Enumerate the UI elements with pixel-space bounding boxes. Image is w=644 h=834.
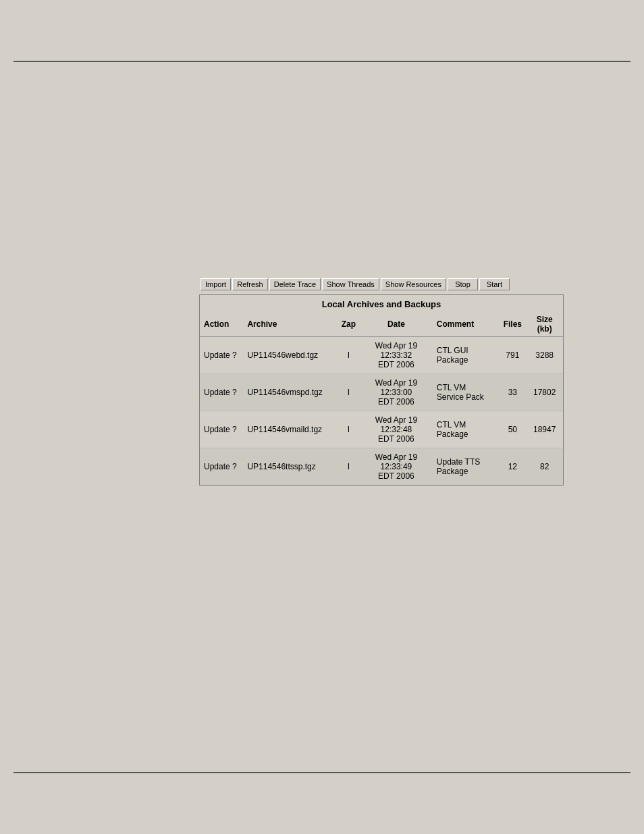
cell-date: Wed Apr 1912:33:00EDT 2006 [360,374,433,411]
cell-size: 17802 [526,374,563,411]
cell-archive: UP114546webd.tgz [243,337,337,374]
show-resources-button[interactable]: Show Resources [381,278,446,290]
show-threads-button[interactable]: Show Threads [322,278,379,290]
cell-files: 50 [499,411,526,448]
col-header-archive: Archive [243,312,337,337]
top-divider [14,61,630,62]
main-panel: Import Refresh Delete Trace Show Threads… [199,277,564,486]
col-header-zap: Zap [338,312,360,337]
cell-archive: UP114546vmspd.tgz [243,374,337,411]
table-body: Update ?UP114546webd.tgzIWed Apr 1912:33… [200,337,563,486]
cell-size: 18947 [526,411,563,448]
cell-action: Update ? [200,448,243,486]
col-header-comment: Comment [433,312,500,337]
cell-files: 791 [499,337,526,374]
delete-trace-button[interactable]: Delete Trace [269,278,321,290]
toolbar: Import Refresh Delete Trace Show Threads… [199,277,564,292]
cell-comment: Update TTS Package [433,448,500,486]
table-row[interactable]: Update ?UP114546vmaild.tgzIWed Apr 1912:… [200,411,563,448]
col-header-files: Files [499,312,526,337]
table-header-row: Action Archive Zap Date Comment Files Si… [200,312,563,337]
table-row[interactable]: Update ?UP114546webd.tgzIWed Apr 1912:33… [200,337,563,374]
table-row[interactable]: Update ?UP114546ttssp.tgzIWed Apr 1912:3… [200,448,563,486]
cell-action: Update ? [200,374,243,411]
cell-size: 3288 [526,337,563,374]
table-row[interactable]: Update ?UP114546vmspd.tgzIWed Apr 1912:3… [200,374,563,411]
start-button[interactable]: Start [479,278,510,290]
table-title: Local Archives and Backups [200,295,563,312]
cell-files: 33 [499,374,526,411]
stop-button[interactable]: Stop [448,278,478,290]
cell-comment: CTL VM Package [433,411,500,448]
cell-date: Wed Apr 1912:33:49EDT 2006 [360,448,433,486]
bottom-divider [14,772,630,773]
cell-comment: CTL VM Service Pack [433,374,500,411]
cell-zap: I [338,374,360,411]
cell-files: 12 [499,448,526,486]
cell-zap: I [338,411,360,448]
refresh-button[interactable]: Refresh [232,278,268,290]
archives-table-container: Local Archives and Backups Action Archiv… [199,294,564,486]
import-button[interactable]: Import [200,278,231,290]
cell-archive: UP114546vmaild.tgz [243,411,337,448]
col-header-size: Size (kb) [526,312,563,337]
col-header-date: Date [360,312,433,337]
cell-date: Wed Apr 1912:33:32EDT 2006 [360,337,433,374]
cell-zap: I [338,337,360,374]
cell-size: 82 [526,448,563,486]
cell-action: Update ? [200,337,243,374]
cell-comment: CTL GUI Package [433,337,500,374]
cell-action: Update ? [200,411,243,448]
cell-archive: UP114546ttssp.tgz [243,448,337,486]
archives-table: Action Archive Zap Date Comment Files Si… [200,312,563,485]
cell-zap: I [338,448,360,486]
cell-date: Wed Apr 1912:32:48EDT 2006 [360,411,433,448]
col-header-action: Action [200,312,243,337]
